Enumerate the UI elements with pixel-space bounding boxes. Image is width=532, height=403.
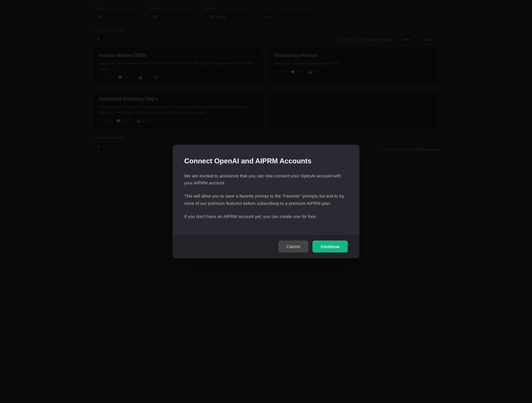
cancel-button[interactable]: Cancel	[278, 241, 308, 252]
modal-body: Connect OpenAI and AIPRM Accounts We are…	[173, 145, 359, 235]
modal-overlay: Connect OpenAI and AIPRM Accounts We are…	[0, 0, 532, 403]
modal-footer: Cancel Continue	[173, 235, 359, 258]
modal-paragraph-3: If you don't have an AIPRM account yet, …	[184, 213, 348, 220]
continue-button[interactable]: Continue	[312, 241, 348, 252]
connect-accounts-modal: Connect OpenAI and AIPRM Accounts We are…	[173, 145, 359, 259]
modal-paragraph-2: This will allow you to save a favorite p…	[184, 193, 348, 207]
modal-title: Connect OpenAI and AIPRM Accounts	[184, 156, 348, 165]
modal-paragraph-1: We are excited to announce that you can …	[184, 172, 348, 187]
